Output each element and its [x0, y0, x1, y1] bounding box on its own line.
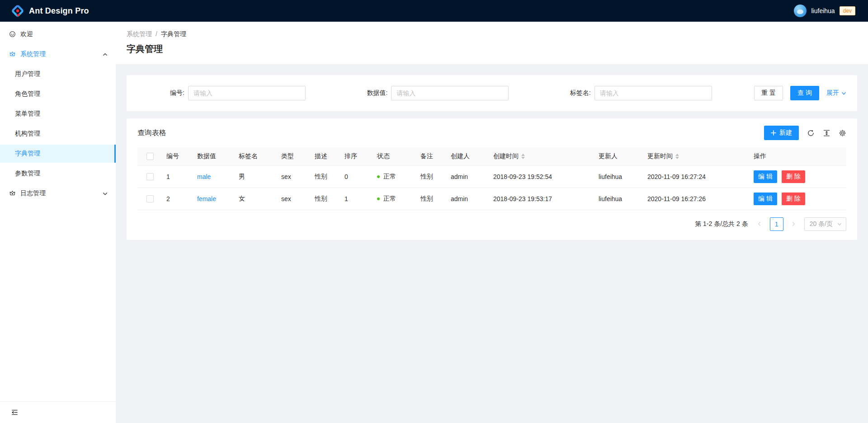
cell-id: 1	[163, 165, 193, 188]
sidebar-item-label: 字典管理	[15, 150, 40, 158]
cell-remark: 性别	[417, 188, 447, 210]
sidebar-item-system-management[interactable]: 系统管理	[0, 45, 116, 63]
select-all-checkbox[interactable]	[146, 153, 154, 160]
page-number-1[interactable]: 1	[770, 217, 783, 231]
new-button-label: 新建	[779, 129, 792, 137]
search-fields: 编号: 数据值: 标签名:	[137, 86, 747, 100]
cell-create-time: 2018-09-23 19:52:54	[490, 165, 595, 188]
sidebar-item-role-management[interactable]: 角色管理	[0, 85, 116, 103]
sidebar-item-log-management[interactable]: 日志管理	[0, 184, 116, 202]
search-field-value-label: 数据值:	[340, 89, 391, 97]
sort-carets-icon[interactable]	[675, 154, 679, 159]
app-logo-area[interactable]: Ant Design Pro	[7, 4, 89, 18]
sidebar-item-param-management[interactable]: 参数管理	[0, 164, 116, 183]
col-header-desc: 描述	[311, 147, 341, 165]
chevron-down-icon	[841, 91, 846, 96]
sidebar-footer	[0, 401, 116, 423]
cell-desc: 性别	[311, 165, 341, 188]
page-size-select[interactable]: 20 条/页	[804, 217, 846, 231]
prev-page-icon[interactable]	[753, 217, 766, 231]
sidebar-item-welcome[interactable]: 欢迎	[0, 25, 116, 43]
user-avatar[interactable]	[794, 5, 807, 17]
sidebar-item-menu-management[interactable]: 菜单管理	[0, 105, 116, 123]
content-area: 系统管理 / 字典管理 字典管理 编号: 数据值: 标签名:	[116, 22, 868, 423]
username[interactable]: liufeihua	[811, 7, 835, 14]
edit-button[interactable]: 编 辑	[754, 193, 777, 205]
crown-icon	[9, 190, 16, 197]
cell-tag: 男	[235, 165, 278, 188]
edit-button[interactable]: 编 辑	[754, 170, 777, 183]
cell-updater: liufeihua	[595, 188, 644, 210]
density-icon[interactable]	[823, 129, 830, 137]
delete-button[interactable]: 删 除	[782, 193, 805, 205]
ant-design-logo-icon	[11, 4, 24, 18]
cell-sort: 0	[341, 165, 373, 188]
row-checkbox[interactable]	[146, 173, 154, 180]
sidebar-item-user-management[interactable]: 用户管理	[0, 65, 116, 83]
header-right: liufeihua dev	[794, 5, 861, 17]
search-field-id-input[interactable]	[188, 86, 306, 100]
menu-fold-icon[interactable]	[11, 409, 19, 416]
new-button[interactable]: 新建	[764, 126, 799, 140]
main: 编号: 数据值: 标签名: 重 置 查 询 展开	[116, 64, 868, 423]
col-header-create-time: 创建时间	[490, 147, 595, 165]
status-dot-icon	[377, 197, 380, 200]
reset-button[interactable]: 重 置	[754, 86, 783, 100]
cell-creator: admin	[447, 188, 490, 210]
cell-type: sex	[278, 165, 311, 188]
search-field-id-label: 编号:	[137, 89, 188, 97]
pagination: 第 1-2 条/总共 2 条 1 20 条/页	[127, 210, 857, 238]
cell-type: sex	[278, 188, 311, 210]
table-card: 查询表格 新建	[127, 118, 857, 240]
search-actions: 重 置 查 询 展开	[754, 86, 846, 100]
page-header: 系统管理 / 字典管理 字典管理	[116, 22, 868, 64]
col-header-creator: 创建人	[447, 147, 490, 165]
sidebar-item-dict-management[interactable]: 字典管理	[0, 145, 116, 163]
col-header-actions: 操作	[750, 147, 846, 165]
next-page-icon[interactable]	[787, 217, 801, 231]
sidebar: 欢迎 系统管理 用户管理 角色管理 菜单管理	[0, 22, 116, 423]
expand-link[interactable]: 展开	[826, 89, 846, 97]
top-header: Ant Design Pro liufeihua dev	[0, 0, 868, 22]
search-field-value: 数据值:	[340, 86, 543, 100]
status-dot-icon	[377, 175, 380, 178]
page-size-label: 20 条/页	[810, 220, 833, 228]
cell-update-time: 2020-11-09 16:27:26	[644, 188, 750, 210]
sidebar-item-org-management[interactable]: 机构管理	[0, 125, 116, 143]
sidebar-item-label: 欢迎	[20, 30, 33, 38]
col-header-updater: 更新人	[595, 147, 644, 165]
chevron-up-icon	[103, 52, 108, 57]
cell-sort: 1	[341, 188, 373, 210]
table-row: 1 male 男 sex 性别 0 正常	[137, 165, 846, 188]
search-field-value-input[interactable]	[391, 86, 509, 100]
query-button[interactable]: 查 询	[790, 86, 819, 100]
search-field-tag-input[interactable]	[594, 86, 712, 100]
cell-updater: liufeihua	[595, 165, 644, 188]
col-header-value: 数据值	[193, 147, 235, 165]
search-field-tag-label: 标签名:	[544, 89, 594, 97]
status-badge: 正常	[377, 195, 396, 203]
settings-gear-icon[interactable]	[839, 129, 846, 137]
col-header-tag: 标签名	[235, 147, 278, 165]
sidebar-item-label: 日志管理	[20, 189, 46, 197]
cell-value-link[interactable]: male	[197, 173, 211, 180]
cell-value-link[interactable]: female	[197, 195, 216, 202]
delete-button[interactable]: 删 除	[782, 170, 805, 183]
crown-icon	[9, 51, 16, 58]
col-header-type: 类型	[278, 147, 311, 165]
breadcrumb-separator: /	[156, 29, 157, 39]
table-title: 查询表格	[137, 128, 166, 138]
breadcrumb: 系统管理 / 字典管理	[127, 29, 857, 39]
sort-carets-icon[interactable]	[521, 154, 525, 159]
cell-update-time: 2020-11-09 16:27:24	[644, 165, 750, 188]
row-checkbox[interactable]	[146, 195, 154, 202]
cell-creator: admin	[447, 165, 490, 188]
reload-icon[interactable]	[807, 129, 815, 137]
breadcrumb-parent[interactable]: 系统管理	[127, 29, 152, 39]
table-row: 2 female 女 sex 性别 1 正常	[137, 188, 846, 210]
table-header-row: 编号 数据值 标签名 类型 描述 排序 状态 备注 创建人 创建时间	[137, 147, 846, 165]
col-header-status: 状态	[373, 147, 417, 165]
page-title: 字典管理	[127, 42, 857, 55]
sidebar-menu: 欢迎 系统管理 用户管理 角色管理 菜单管理	[0, 22, 116, 401]
pagination-total: 第 1-2 条/总共 2 条	[695, 220, 748, 228]
